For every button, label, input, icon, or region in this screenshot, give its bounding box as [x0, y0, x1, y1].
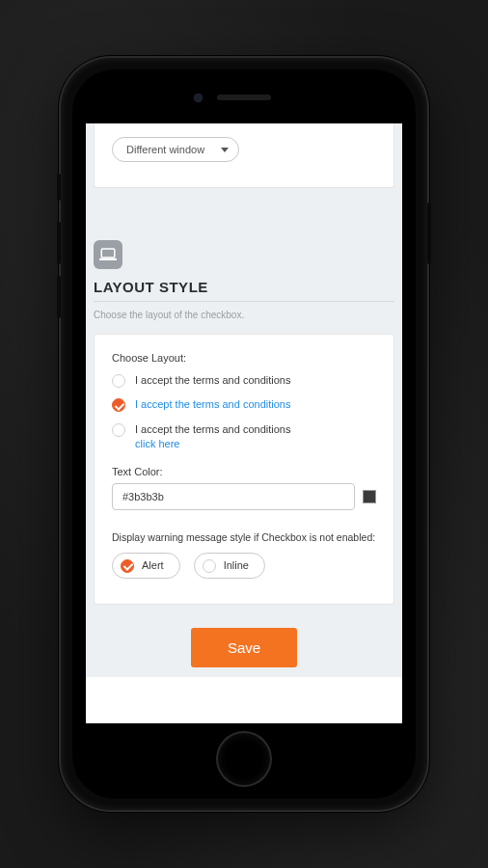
choose-layout-label: Choose Layout:	[112, 352, 376, 364]
phone-side-button	[427, 203, 431, 264]
pill-label: Alert	[142, 559, 164, 571]
layout-option-text: I accept the terms and conditions	[135, 397, 290, 412]
svg-rect-0	[101, 249, 115, 258]
layout-option-sublink: click here	[135, 437, 290, 451]
radio-icon	[203, 559, 216, 573]
warning-style-options: Alert Inline	[112, 553, 376, 579]
text-color-row	[112, 483, 376, 510]
phone-frame: Different window LAYOUT STYLE Choose the…	[61, 58, 427, 810]
color-swatch[interactable]	[363, 490, 376, 503]
save-button[interactable]: Save	[191, 628, 297, 667]
warning-option-alert[interactable]: Alert	[112, 553, 180, 579]
layout-card: Choose Layout: I accept the terms and co…	[94, 334, 394, 605]
warning-option-inline[interactable]: Inline	[194, 553, 265, 579]
phone-volume-up	[57, 222, 61, 264]
section-description: Choose the layout of the checkbox.	[94, 310, 394, 320]
phone-mute-switch	[57, 174, 61, 201]
text-color-label: Text Color:	[112, 466, 376, 477]
window-target-dropdown[interactable]: Different window	[112, 137, 239, 162]
pill-label: Inline	[224, 559, 249, 571]
section-title: LAYOUT STYLE	[94, 279, 394, 302]
svg-rect-1	[99, 258, 117, 260]
bottom-bar	[86, 677, 402, 723]
warning-style-label: Display warning message style if Checkbo…	[112, 531, 376, 543]
radio-icon	[112, 423, 125, 437]
layout-option-3[interactable]: I accept the terms and conditions click …	[112, 422, 376, 452]
phone-camera	[194, 94, 203, 102]
layout-option-1[interactable]: I accept the terms and conditions	[112, 373, 376, 388]
radio-checked-icon	[121, 559, 134, 573]
radio-checked-icon	[112, 398, 125, 412]
phone-volume-down	[57, 276, 61, 318]
phone-speaker	[217, 95, 271, 100]
dropdown-selected-label: Different window	[126, 144, 204, 155]
layout-option-text: I accept the terms and conditions	[135, 373, 290, 388]
radio-icon	[112, 374, 125, 388]
laptop-icon	[94, 240, 122, 269]
phone-home-button[interactable]	[218, 733, 270, 785]
app-screen: Different window LAYOUT STYLE Choose the…	[86, 123, 402, 723]
layout-option-text: I accept the terms and conditions click …	[135, 422, 290, 452]
text-color-input[interactable]	[112, 483, 355, 510]
chevron-down-icon	[221, 148, 229, 152]
layout-style-section: LAYOUT STYLE Choose the layout of the ch…	[94, 240, 394, 667]
top-card: Different window	[94, 123, 394, 188]
layout-option-2[interactable]: I accept the terms and conditions	[112, 397, 376, 412]
